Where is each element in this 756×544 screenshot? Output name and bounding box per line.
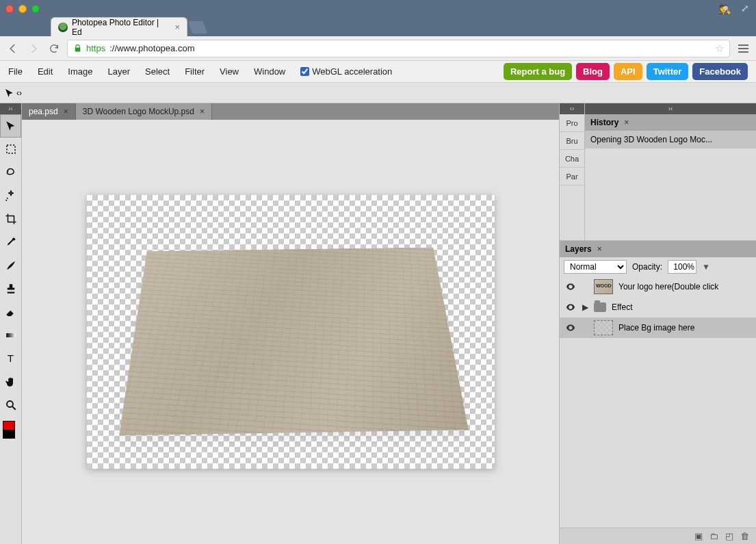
macos-titlebar: ⤢ 🕵 [0, 0, 756, 17]
window-minimize-dot[interactable] [18, 5, 27, 13]
browser-tab[interactable]: Photopea Photo Editor | Ed × [51, 17, 187, 36]
api-button[interactable]: API [614, 63, 642, 80]
side-tab-paragraph[interactable]: Par [560, 168, 584, 185]
side-tab-character[interactable]: Cha [560, 150, 584, 168]
blend-mode-select[interactable]: Normal [564, 260, 627, 274]
browser-tab-title: Photopea Photo Editor | Ed [72, 18, 170, 37]
app-menubar: File Edit Image Layer Select Filter View… [0, 61, 756, 83]
tool-type[interactable]: T [0, 347, 21, 370]
header-links: Report a bug Blog API Twitter Facebook [504, 63, 748, 80]
tool-eyedropper[interactable] [0, 231, 21, 254]
svg-point-3 [7, 401, 13, 407]
webgl-label: WebGL acceleration [312, 66, 392, 77]
svg-rect-0 [7, 145, 15, 153]
expand-caret-icon[interactable]: ▶ [582, 302, 588, 312]
menu-image[interactable]: Image [68, 66, 92, 77]
address-bar[interactable]: https ://www.photopea.com ☆ [67, 40, 730, 57]
tool-options-caret-icon[interactable]: ‹› [16, 88, 22, 98]
twitter-button[interactable]: Twitter [647, 63, 689, 80]
right-panels: ‹› Pro Bru Cha Par ›‹ History × Opening … [559, 103, 756, 544]
foreground-color[interactable] [3, 421, 15, 430]
browser-tab-strip: Photopea Photo Editor | Ed × [0, 17, 756, 36]
tools-collapse-button[interactable]: ›‹ [0, 103, 21, 114]
opacity-input[interactable] [668, 260, 696, 274]
report-bug-button[interactable]: Report a bug [504, 63, 572, 80]
facebook-button[interactable]: Facebook [692, 63, 748, 80]
blog-button[interactable]: Blog [576, 63, 610, 80]
layer-thumbnail[interactable] [594, 320, 613, 335]
document-tab-label: pea.psd [29, 107, 58, 116]
url-protocol: https [86, 43, 105, 53]
tool-zoom[interactable] [0, 393, 21, 417]
layers-panel: Layers × Normal Opacity: ▼ Your logo her… [560, 240, 756, 544]
layer-mask-icon[interactable]: ◰ [725, 531, 733, 541]
browser-toolbar: https ://www.photopea.com ☆ [0, 36, 756, 61]
visibility-toggle-icon[interactable] [565, 322, 576, 333]
forward-button[interactable] [26, 41, 41, 56]
delete-layer-icon[interactable]: 🗑 [740, 531, 749, 541]
tools-panel: ›‹ T [0, 103, 22, 544]
webgl-checkbox[interactable] [300, 67, 309, 76]
tab-close-icon[interactable]: × [174, 22, 180, 32]
traffic-lights [5, 5, 40, 13]
tool-gradient[interactable] [0, 324, 21, 347]
tool-hand[interactable] [0, 370, 21, 393]
back-button[interactable] [5, 41, 21, 56]
document-tab[interactable]: 3D Wooden Logo MockUp.psd × [76, 103, 212, 120]
layer-row[interactable]: ▶ Effect [560, 297, 756, 318]
tool-move[interactable] [0, 114, 21, 138]
menu-edit[interactable]: Edit [38, 66, 53, 77]
bookmark-star-icon[interactable]: ☆ [715, 42, 724, 55]
svg-rect-1 [6, 333, 16, 337]
new-folder-icon[interactable]: 🗀 [709, 531, 718, 541]
tool-wand[interactable] [0, 184, 21, 207]
layer-row[interactable]: Your logo here(Double click [560, 276, 756, 297]
tool-eraser[interactable] [0, 300, 21, 324]
menu-window[interactable]: Window [254, 66, 285, 77]
visibility-toggle-icon[interactable] [565, 302, 576, 313]
browser-menu-button[interactable] [735, 41, 751, 56]
new-tab-button[interactable] [188, 21, 208, 34]
workspace: ›‹ T [0, 103, 756, 544]
document-tab[interactable]: pea.psd × [22, 103, 76, 120]
color-swatches[interactable] [0, 419, 21, 441]
menu-view[interactable]: View [220, 66, 239, 77]
background-color[interactable] [3, 429, 15, 439]
window-close-dot[interactable] [5, 5, 14, 13]
window-zoom-dot[interactable] [31, 5, 40, 13]
history-item[interactable]: Opening 3D Wooden Logo Moc... [585, 131, 756, 148]
side-tab-properties[interactable]: Pro [560, 114, 584, 132]
menu-filter[interactable]: Filter [185, 66, 205, 77]
side-tab-brush[interactable]: Bru [560, 132, 584, 150]
visibility-toggle-icon[interactable] [565, 281, 576, 292]
history-collapse-button[interactable]: ›‹ [585, 103, 756, 114]
close-icon[interactable]: × [597, 244, 602, 254]
menu-select[interactable]: Select [145, 66, 170, 77]
tool-lasso[interactable] [0, 161, 21, 184]
tool-options-bar: ‹› [0, 83, 756, 103]
canvas[interactable] [87, 195, 495, 469]
close-icon[interactable]: × [200, 107, 205, 116]
incognito-icon: 🕵 [718, 3, 731, 15]
layers-list: Your logo here(Double click ▶ Effect Pla… [560, 276, 756, 528]
tool-stamp[interactable] [0, 277, 21, 300]
new-layer-icon[interactable]: ▣ [694, 531, 703, 541]
close-icon[interactable]: × [624, 118, 629, 127]
tool-brush[interactable] [0, 254, 21, 277]
tool-marquee[interactable] [0, 138, 21, 161]
tool-crop[interactable] [0, 207, 21, 231]
canvas-viewport[interactable] [22, 120, 559, 544]
history-panel-header[interactable]: History × [585, 114, 756, 131]
layer-thumbnail[interactable] [594, 279, 613, 294]
fullscreen-icon[interactable]: ⤢ [741, 3, 749, 14]
side-collapse-button[interactable]: ‹› [560, 103, 584, 114]
close-icon[interactable]: × [64, 107, 68, 116]
layer-row[interactable]: Place Bg image here [560, 318, 756, 338]
history-title: History [590, 118, 618, 127]
menu-file[interactable]: File [8, 66, 23, 77]
reload-button[interactable] [47, 41, 62, 56]
layers-panel-header[interactable]: Layers × [560, 241, 756, 257]
opacity-dropdown-icon[interactable]: ▼ [702, 262, 710, 272]
webgl-toggle[interactable]: WebGL acceleration [300, 66, 392, 77]
menu-layer[interactable]: Layer [108, 66, 131, 77]
